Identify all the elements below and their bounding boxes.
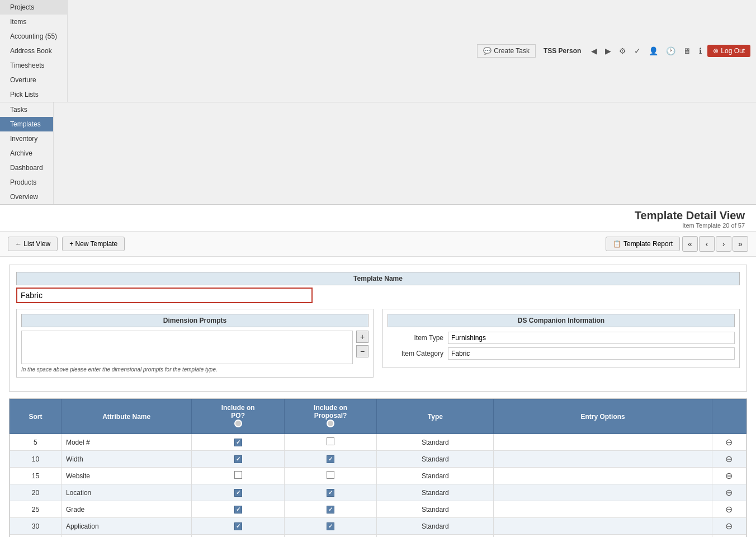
proposal-checkbox[interactable] bbox=[327, 506, 334, 514]
item-type-label: Item Type bbox=[388, 334, 443, 342]
nav-row1-item-overture[interactable]: Overture bbox=[0, 73, 68, 87]
template-name-header: Template Name bbox=[16, 272, 740, 285]
item-category-input[interactable] bbox=[448, 347, 735, 360]
nav-row1-item-accounting-(55)[interactable]: Accounting (55) bbox=[0, 29, 68, 44]
dim-add-button[interactable]: + bbox=[356, 331, 368, 343]
cell-remove[interactable]: ⊖ bbox=[712, 535, 746, 538]
first-arrow-button[interactable]: « bbox=[682, 236, 698, 252]
nav-row2-container: TasksTemplatesInventoryArchiveDashboardP… bbox=[0, 102, 54, 204]
next-nav-icon[interactable]: ▶ bbox=[603, 45, 613, 56]
cell-sort: 25 bbox=[10, 501, 62, 518]
remove-row-button[interactable]: ⊖ bbox=[725, 437, 733, 447]
po-checkbox[interactable] bbox=[234, 489, 242, 497]
prev-nav-icon[interactable]: ◀ bbox=[589, 45, 599, 56]
cell-po[interactable] bbox=[192, 501, 284, 518]
po-checkbox[interactable] bbox=[234, 471, 242, 479]
nav-right: 💬 Create Task TSS Person ◀ ▶ ⚙ ✓ 👤 🕐 🖥 ℹ… bbox=[471, 0, 756, 102]
cell-po[interactable] bbox=[192, 468, 284, 484]
cell-po[interactable] bbox=[192, 535, 284, 538]
dimension-textarea-row: + − bbox=[21, 331, 368, 364]
cell-remove[interactable]: ⊖ bbox=[712, 434, 746, 451]
nav-row2-item-tasks[interactable]: Tasks bbox=[0, 102, 54, 117]
nav-row1-item-projects[interactable]: Projects bbox=[0, 0, 68, 15]
cell-type: Standard bbox=[377, 501, 494, 518]
cell-po[interactable] bbox=[192, 451, 284, 468]
remove-row-button[interactable]: ⊖ bbox=[725, 487, 733, 498]
proposal-checkbox[interactable] bbox=[327, 437, 334, 445]
cell-attr-name: Application bbox=[61, 518, 192, 535]
dimension-side-buttons: + − bbox=[356, 331, 368, 357]
prev-arrow-button[interactable]: ‹ bbox=[699, 236, 715, 252]
info-icon[interactable]: ℹ bbox=[697, 45, 704, 56]
dim-remove-button[interactable]: − bbox=[356, 345, 368, 357]
po-checkbox[interactable] bbox=[234, 439, 242, 446]
logout-button[interactable]: ⊗ Log Out bbox=[707, 45, 750, 57]
logout-icon: ⊗ bbox=[713, 47, 719, 55]
nav-row2-item-templates[interactable]: Templates bbox=[0, 117, 54, 131]
toolbar-right: 📋 Template Report « ‹ › » bbox=[606, 236, 748, 252]
po-toggle-all[interactable] bbox=[234, 420, 242, 427]
cell-remove[interactable]: ⊖ bbox=[712, 501, 746, 518]
remove-row-button[interactable]: ⊖ bbox=[725, 470, 733, 481]
clock-icon[interactable]: 🕐 bbox=[664, 45, 678, 56]
dimension-textarea[interactable] bbox=[21, 331, 353, 364]
cell-remove[interactable]: ⊖ bbox=[712, 468, 746, 484]
ds-companion-section: DS Companion Information Item Type Item … bbox=[382, 309, 740, 378]
proposal-checkbox[interactable] bbox=[327, 522, 334, 530]
nav-arrows: « ‹ › » bbox=[682, 236, 748, 252]
cell-po[interactable] bbox=[192, 484, 284, 501]
po-checkbox[interactable] bbox=[234, 522, 242, 530]
nav-row2-item-products[interactable]: Products bbox=[0, 175, 54, 190]
screen-icon[interactable]: 🖥 bbox=[681, 45, 693, 56]
cell-proposal[interactable] bbox=[284, 535, 376, 538]
template-report-button[interactable]: 📋 Template Report bbox=[606, 237, 680, 251]
proposal-checkbox[interactable] bbox=[327, 455, 334, 463]
po-checkbox[interactable] bbox=[234, 455, 242, 463]
cell-entry-options bbox=[494, 451, 712, 468]
template-name-input[interactable] bbox=[16, 288, 313, 303]
next-arrow-button[interactable]: › bbox=[716, 236, 731, 252]
proposal-checkbox[interactable] bbox=[327, 471, 334, 479]
col-include-proposal: Include onProposal? bbox=[284, 399, 376, 434]
checkmark-icon[interactable]: ✓ bbox=[632, 45, 643, 56]
cell-proposal[interactable] bbox=[284, 501, 376, 518]
remove-row-button[interactable]: ⊖ bbox=[725, 454, 733, 464]
nav-row1-item-pick-lists[interactable]: Pick Lists bbox=[0, 87, 68, 102]
logout-label: Log Out bbox=[721, 47, 745, 55]
cell-sort: 15 bbox=[10, 468, 62, 484]
cell-proposal[interactable] bbox=[284, 434, 376, 451]
last-arrow-button[interactable]: » bbox=[733, 236, 748, 252]
cell-proposal[interactable] bbox=[284, 451, 376, 468]
cell-remove[interactable]: ⊖ bbox=[712, 518, 746, 535]
proposal-checkbox[interactable] bbox=[327, 489, 334, 497]
po-checkbox[interactable] bbox=[234, 506, 242, 514]
nav-row2-item-archive[interactable]: Archive bbox=[0, 146, 54, 161]
cell-proposal[interactable] bbox=[284, 468, 376, 484]
nav-row2-item-inventory[interactable]: Inventory bbox=[0, 131, 54, 146]
cell-remove[interactable]: ⊖ bbox=[712, 451, 746, 468]
cell-attr-name: Pattern bbox=[61, 535, 192, 538]
cell-remove[interactable]: ⊖ bbox=[712, 484, 746, 501]
remove-row-button[interactable]: ⊖ bbox=[725, 521, 733, 531]
nav-row2-item-dashboard[interactable]: Dashboard bbox=[0, 161, 54, 175]
nav-row1-item-timesheets[interactable]: Timesheets bbox=[0, 58, 68, 73]
remove-row-button[interactable]: ⊖ bbox=[725, 504, 733, 515]
nav-row1-item-items[interactable]: Items bbox=[0, 15, 68, 29]
top-nav: ProjectsItemsAccounting (55)Address Book… bbox=[0, 0, 756, 205]
cell-proposal[interactable] bbox=[284, 518, 376, 535]
nav-row1-item-address-book[interactable]: Address Book bbox=[0, 44, 68, 58]
item-type-input[interactable] bbox=[448, 332, 735, 344]
new-template-button[interactable]: + New Template bbox=[62, 237, 125, 251]
create-task-button[interactable]: 💬 Create Task bbox=[477, 44, 536, 58]
cell-po[interactable] bbox=[192, 434, 284, 451]
person-icon[interactable]: 👤 bbox=[646, 45, 660, 56]
cell-po[interactable] bbox=[192, 518, 284, 535]
nav-row2-item-overview[interactable]: Overview bbox=[0, 190, 54, 204]
form-row: Dimension Prompts + − In the space above… bbox=[16, 309, 740, 378]
list-view-button[interactable]: ← List View bbox=[8, 237, 58, 251]
proposal-toggle-all[interactable] bbox=[327, 420, 334, 427]
nav-row2: TasksTemplatesInventoryArchiveDashboardP… bbox=[0, 102, 756, 204]
gear-icon[interactable]: ⚙ bbox=[617, 45, 629, 56]
cell-proposal[interactable] bbox=[284, 484, 376, 501]
main-content: Template Name Dimension Prompts + − In t… bbox=[0, 257, 756, 537]
